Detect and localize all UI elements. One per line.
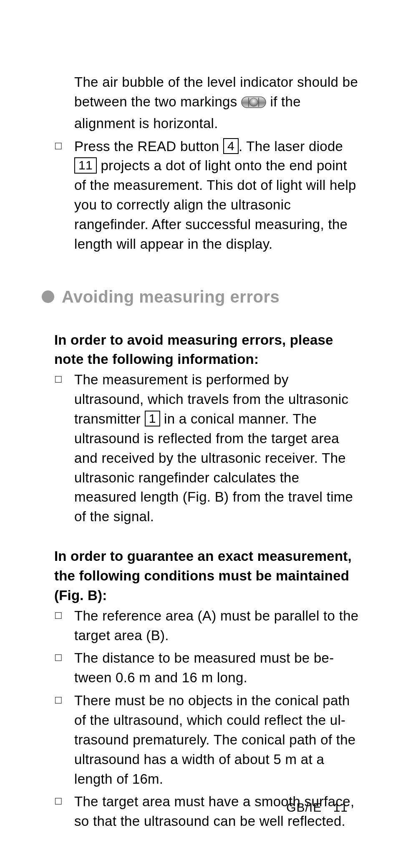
text: Press the READ button 4. The laser diode… xyxy=(74,137,360,254)
level-bubble-icon xyxy=(241,94,266,114)
square-bullet-icon: ☐ xyxy=(54,137,74,156)
text: in a conical manner. The ultrasound is r… xyxy=(74,411,353,524)
reference-number-11: 11 xyxy=(74,157,97,174)
text: There must be no objects in the conical … xyxy=(74,691,360,789)
subheading-avoid-errors: In order to avoid measuring errors, plea… xyxy=(54,331,360,370)
text: projects a dot of light onto the end poi… xyxy=(74,158,356,251)
page-footer: GB/IE 11 xyxy=(286,800,348,815)
list-item: ☐ The measurement is performed by ultras… xyxy=(54,370,360,527)
text: The air bubble of the level indicator sh… xyxy=(74,74,358,109)
text: . The laser diode xyxy=(239,139,343,154)
list-item: ☐ The distance to be measured must be be… xyxy=(54,648,360,688)
section-heading: Avoiding measuring errors xyxy=(42,285,360,309)
square-bullet-icon: ☐ xyxy=(54,792,74,811)
page-number: 11 xyxy=(333,800,348,814)
list-item: ☐ There must be no objects in the conica… xyxy=(54,691,360,789)
subheading-guarantee: In order to guarantee an exact measure­m… xyxy=(54,547,360,606)
text: Press the READ button xyxy=(74,139,223,154)
section-title: Avoiding measuring errors xyxy=(62,285,280,309)
square-bullet-icon: ☐ xyxy=(54,648,74,668)
list-item: ☐ The reference area (A) must be paralle… xyxy=(54,606,360,646)
text: The distance to be measured must be be­t… xyxy=(74,648,360,688)
square-bullet-icon: ☐ xyxy=(54,691,74,710)
svg-point-1 xyxy=(249,98,258,106)
reference-number-1: 1 xyxy=(145,411,160,427)
square-bullet-icon: ☐ xyxy=(54,370,74,389)
text: The measurement is performed by ultrasou… xyxy=(74,370,360,527)
square-bullet-icon: ☐ xyxy=(54,606,74,626)
paragraph-level-indicator: The air bubble of the level indicator sh… xyxy=(74,73,360,134)
bullet-dot-icon xyxy=(42,290,54,303)
locale-label: GB/IE xyxy=(286,800,322,814)
text: The reference area (A) must be parallel … xyxy=(74,606,360,646)
reference-number-4: 4 xyxy=(223,138,239,154)
list-item: ☐ Press the READ button 4. The laser dio… xyxy=(54,137,360,254)
